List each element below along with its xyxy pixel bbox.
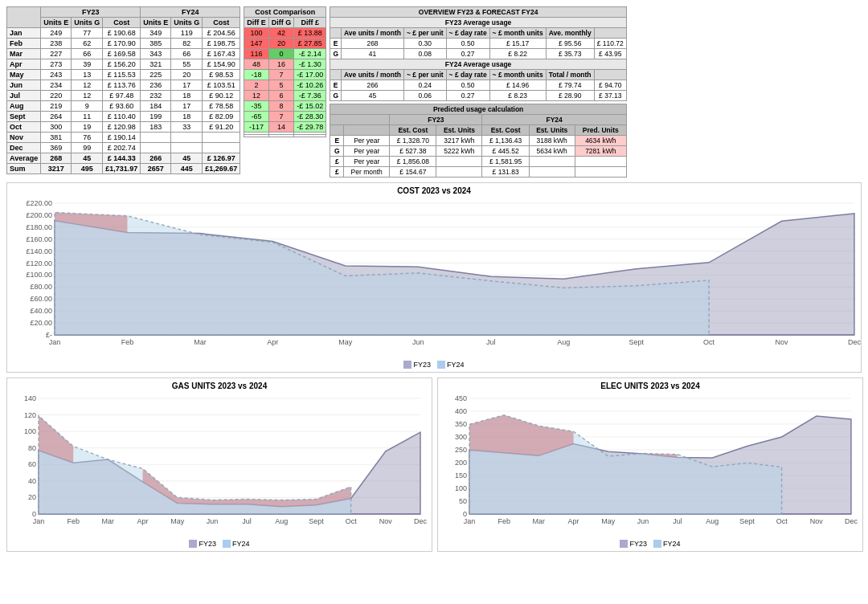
svg-text:Apr: Apr	[568, 517, 579, 525]
fy23-e-cell: 268	[41, 153, 72, 164]
pred-fy24-header: FY24	[482, 115, 626, 125]
pred-fy24-cost: £ 131.83	[482, 167, 529, 178]
diff-f-cell: -£ 7.36	[294, 91, 326, 101]
diff-g-cell: 7	[268, 70, 294, 80]
fy23-g-cell: 13	[72, 70, 103, 80]
fy24-cost-cell: £1,269.67	[203, 164, 240, 174]
month-cell: Sum	[7, 164, 41, 174]
diff-f-cell: -£ 29.78	[294, 122, 326, 133]
svg-text:Mar: Mar	[102, 517, 115, 525]
svg-text:£140.00: £140.00	[26, 247, 52, 255]
diff-f-cell: -£ 2.14	[294, 49, 326, 59]
pred-fy24-cost: £ 1,136.43	[482, 136, 529, 146]
month-cell: Jun	[7, 80, 41, 91]
fy24-g-cell: 119	[171, 28, 203, 39]
svg-text:350: 350	[455, 420, 467, 428]
overview-ave-units: 268	[342, 39, 404, 49]
month-cell: Feb	[7, 39, 41, 49]
overview-fy24-month-units: £ 8.23	[489, 91, 546, 101]
diff-f-cell: £ 27.85	[294, 39, 326, 49]
main-data-table: FY23 FY24 Units E Units G Cost Units E U…	[6, 6, 240, 174]
overview-fy24-label: G	[330, 91, 342, 101]
elec-fy23-label: FY23	[629, 540, 647, 548]
month-cell: Sept	[7, 112, 41, 122]
month-cell: Jul	[7, 91, 41, 101]
svg-text:May: May	[338, 338, 353, 346]
pred-label2: Per year	[344, 136, 390, 146]
svg-text:Oct: Oct	[776, 517, 788, 525]
cost-legend-fy24: FY24	[437, 361, 465, 369]
cost-comparison-title: Cost Comparison	[244, 7, 326, 18]
overview-fy24-day-rate: 0.27	[446, 91, 489, 101]
svg-text:Sept: Sept	[628, 338, 644, 346]
overview-fy24-ave-units: 266	[342, 80, 404, 91]
overview-fy24-per-unit: 0.06	[404, 91, 447, 101]
pred-l2-header	[344, 125, 390, 136]
overview-total: £ 110.72	[594, 39, 626, 49]
diff-f-cell: -£ 15.02	[294, 101, 326, 112]
total-header	[594, 28, 626, 39]
fy24-cost-cell: £ 82.09	[203, 112, 240, 122]
fy24-e-cell: 321	[141, 59, 171, 70]
fy23-units-e-header: Units E	[41, 18, 72, 28]
fy24-g-cell	[171, 143, 203, 153]
fy24-cost-cell: £ 126.97	[203, 153, 240, 164]
pred-units	[575, 167, 626, 178]
pred-fy24-units: 5634 kWh	[529, 146, 575, 157]
svg-text:200: 200	[455, 459, 467, 467]
fy23-g-cell: 9	[72, 101, 103, 112]
svg-text:450: 450	[455, 394, 467, 402]
diff-g-cell: 5	[268, 80, 294, 91]
overview-fy24-month-units: £ 14.96	[489, 80, 546, 91]
fy23-e-cell: 220	[41, 91, 72, 101]
fy24-total-header: Total / month	[546, 70, 594, 80]
month-cell: Dec	[7, 143, 41, 153]
fy24-cost-cell: £ 98.53	[203, 70, 240, 80]
fy24-cost-cell: £ 198.75	[203, 39, 240, 49]
pred-fy23-cost: £ 154.67	[390, 167, 436, 178]
overview-section: OVERVIEW FY23 & FORECAST FY24 FY23 Avera…	[330, 6, 626, 178]
overview-fy24-label: E	[330, 80, 342, 91]
ave-monthly-header: Ave. monthly	[546, 28, 594, 39]
fy23-cost-cell: £ 156.20	[103, 59, 141, 70]
pred-label1: £	[330, 167, 344, 178]
svg-text:Aug: Aug	[557, 338, 570, 346]
fy23-e-cell: 264	[41, 112, 72, 122]
svg-text:£200.00: £200.00	[26, 211, 52, 219]
fy23-cost-cell: £ 97.48	[103, 91, 141, 101]
pred-l1-header	[330, 125, 344, 136]
fy23-cost-cell: £ 202.74	[103, 143, 141, 153]
diff-e-cell: 100	[244, 28, 269, 39]
diff-f-cell: -£ 17.00	[294, 70, 326, 80]
fy23-cost-cell: £ 144.33	[103, 153, 141, 164]
fy24-e-cell: 349	[141, 28, 171, 39]
elec-legend-fy23: FY23	[620, 540, 647, 548]
fy23-e-cell: 381	[41, 133, 72, 143]
svg-text:Mar: Mar	[194, 338, 207, 346]
overview-day-rate: 0.27	[446, 49, 489, 59]
fy24-g-cell: 66	[171, 49, 203, 59]
pred-label1: £	[330, 157, 344, 167]
fy24-e-cell: 225	[141, 70, 171, 80]
fy23-cost-cell: £ 93.60	[103, 101, 141, 112]
fy24-cost-cell: £ 103.51	[203, 80, 240, 91]
fy24-e-cell	[141, 133, 171, 143]
gas-fy23-legend-box	[189, 540, 197, 548]
gas-fy24-label: FY24	[232, 540, 250, 548]
fy24-g-cell: 20	[171, 70, 203, 80]
fy23-cost-header: Cost	[103, 18, 141, 28]
pred-label1: G	[330, 146, 344, 157]
cost-chart-legend: FY23 FY24	[10, 361, 858, 369]
overview-per-unit: 0.30	[404, 39, 447, 49]
per-unit-header: ~ £ per unit	[404, 28, 447, 39]
svg-text:Jan: Jan	[464, 517, 476, 525]
fy24-e-cell: 232	[141, 91, 171, 101]
overview-fy24-day-rate: 0.50	[446, 80, 489, 91]
fy24-g-cell: 18	[171, 91, 203, 101]
svg-text:Dec: Dec	[845, 517, 858, 525]
diff-e-cell: 48	[244, 59, 269, 70]
pred-fy24-cost: £ 445.52	[482, 146, 529, 157]
fy23-g-cell: 66	[72, 49, 103, 59]
overview-fy24-ave-monthly: £ 79.74	[546, 80, 594, 91]
diff-e-cell: -18	[244, 70, 269, 80]
